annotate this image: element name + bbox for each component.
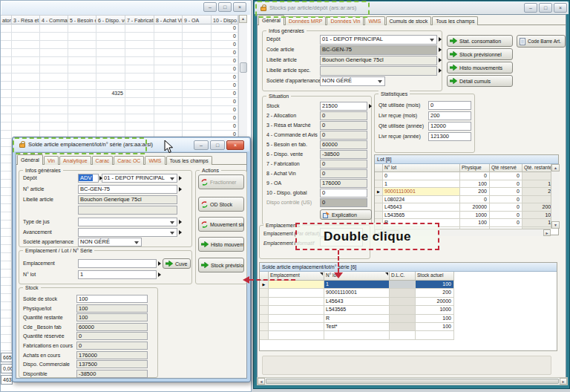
lot-column-header[interactable]: Physique — [460, 164, 490, 172]
bg-column-header[interactable]: 9 - OA — [183, 15, 212, 24]
bg-column-header[interactable]: 8 - Achat Vin — [154, 15, 183, 24]
action-mouvement-simple-button[interactable]: Mouvement simple — [198, 217, 244, 232]
table-row[interactable]: 0 — [1, 82, 238, 90]
action-detail-cumuls-button[interactable]: Détail cumuls — [447, 75, 513, 87]
depot-select[interactable]: 01 - DEPOT PRINCIPAL — [102, 174, 177, 183]
bg-column-header[interactable]: 4 - Commanc — [40, 15, 68, 24]
lot-column-header[interactable]: Qté réservé — [490, 164, 522, 172]
table-row[interactable]: 0 — [1, 33, 238, 41]
bg-column-header[interactable]: 10 - Dispo. g — [212, 15, 238, 24]
bg-column-header[interactable]: 6 - Dispo. ve — [96, 15, 125, 24]
cuve-button[interactable]: Cuve — [163, 258, 191, 269]
minimize-button[interactable]: – — [203, 2, 217, 12]
situation-stock-field[interactable]: 21500 — [320, 102, 367, 111]
minimize-button[interactable]: – — [524, 3, 537, 13]
solde-row[interactable]: ▶1100 — [260, 281, 558, 289]
solde-article-window: Solde article emplacement/lot/n° série (… — [12, 137, 251, 382]
scroll-up-icon[interactable]: ▲ — [551, 164, 560, 172]
emplacement-field[interactable] — [78, 259, 157, 268]
article-field[interactable]: BC-GEN-75 — [78, 185, 177, 194]
bg-column-header[interactable]: 7 - Fabricatic — [125, 15, 154, 24]
action-stock-previsionnel-button[interactable]: Stock prévisionnel — [198, 258, 244, 272]
action-histo-mouvement-button[interactable]: Histo mouvement — [198, 237, 244, 252]
explication-button[interactable]: Explication — [320, 209, 372, 220]
window-horizontal-scrollbar[interactable]: ◄ ► — [257, 377, 568, 385]
stock-solde-de-stock-field[interactable]: 100 — [76, 295, 148, 303]
lot-row[interactable]: 0000 — [375, 172, 560, 180]
table-row[interactable]: 43250 — [1, 90, 238, 98]
solde-row[interactable]: L5435651000 — [260, 306, 558, 314]
depot-code-field[interactable]: ADV — [78, 174, 99, 183]
scroll-down-icon[interactable]: ▼ — [551, 221, 560, 229]
tab-wms[interactable]: WMS — [145, 156, 165, 165]
tab-tous-les-champs[interactable]: Tous les champs — [166, 156, 212, 165]
solde-row[interactable] — [260, 331, 558, 339]
table-row[interactable]: 0 — [1, 65, 238, 74]
tab-carac-oc[interactable]: Carac OC — [114, 156, 144, 165]
lot-row[interactable]: L543565100001000 — [375, 212, 560, 220]
action-stat-consomation-button[interactable]: Stat. consomation — [447, 35, 513, 47]
scrollbar-thumb[interactable] — [266, 379, 559, 384]
tab-analytique[interactable]: Analytique — [59, 156, 91, 165]
tab-carac[interactable]: Carac — [92, 156, 114, 165]
table-row[interactable]: 0 — [1, 49, 238, 57]
table-row[interactable]: 0 — [1, 106, 238, 114]
maximize-button[interactable]: □ — [539, 3, 552, 13]
code-barre-button[interactable]: Code Barre Art. — [517, 35, 566, 48]
scroll-right-icon[interactable]: ► — [543, 229, 551, 236]
scroll-left-icon[interactable]: ◄ — [258, 378, 265, 385]
table-row[interactable]: 0 — [1, 122, 238, 131]
close-button[interactable]: × — [233, 2, 246, 12]
table-row[interactable]: 0 — [1, 114, 238, 122]
row-selector-cell: ▶ — [375, 188, 383, 196]
scroll-right-icon[interactable]: ► — [560, 378, 567, 385]
action-od-stock-button[interactable]: OD Stock — [198, 197, 244, 212]
close-button[interactable]: × — [554, 3, 567, 13]
lot-vertical-scrollbar[interactable]: ▲ ▼ — [551, 164, 560, 229]
table-cell — [125, 65, 154, 74]
tab-general[interactable]: Général — [17, 154, 43, 165]
lot-field[interactable]: 1 — [78, 270, 157, 279]
close-button[interactable]: × — [226, 140, 244, 150]
stats-qte-utilisee-annee-field[interactable]: 12000 — [428, 122, 471, 131]
avancement-select[interactable] — [78, 228, 177, 237]
situation-10-dispo-global-field[interactable]: 0 — [320, 189, 367, 197]
lot-row[interactable]: ▶900011100012000200 — [375, 188, 560, 196]
stats-qte-utilisee-mois-field[interactable]: 0 — [428, 101, 471, 110]
tab-cumuls-de-stock[interactable]: Cumuls de stock — [386, 16, 432, 25]
scrollbar-thumb[interactable] — [240, 62, 247, 73]
stats-livr-recue-annee-field[interactable]: 121300 — [428, 132, 471, 141]
solde-row[interactable]: Test*100 — [260, 323, 558, 331]
infos-depot-field[interactable]: 01 - DEPOT PRINCIPAL — [320, 35, 437, 45]
solde-row[interactable]: L4564320000 — [260, 298, 558, 306]
table-row[interactable]: 0 — [1, 24, 238, 33]
bg-column-header[interactable]: 5 - Besoin er — [68, 15, 96, 24]
maximize-button[interactable]: □ — [210, 140, 225, 150]
lot-row[interactable]: 11000100 — [375, 180, 560, 189]
minimize-button[interactable]: – — [194, 140, 209, 150]
stats-livr-recue-mois-field[interactable]: 200 — [428, 111, 471, 120]
tab-tous-les-champs[interactable]: Tous les champs — [432, 16, 478, 25]
tab-vin[interactable]: Vin — [44, 156, 59, 165]
solde-row[interactable]: 90001110001200 — [260, 289, 558, 297]
lot-row[interactable]: L080224000 — [375, 196, 560, 204]
type-jus-select[interactable] — [78, 218, 177, 226]
table-row[interactable]: 0 — [1, 57, 238, 65]
lot-row[interactable]: L4564320000020000 — [375, 203, 560, 212]
solde-row[interactable]: R100 — [260, 315, 558, 323]
physique-cell: 0 — [460, 172, 490, 180]
societe-select[interactable]: NON GÉRÉ — [78, 238, 142, 246]
infos-societe-d-appartenance-field[interactable]: NON GÉRÉ — [320, 76, 385, 86]
scroll-up-icon[interactable]: ▲ — [239, 15, 247, 23]
bg-column-header[interactable]: 3 - Résa et M — [12, 15, 40, 24]
lot-column-header[interactable]: N° lot — [383, 164, 460, 172]
table-row[interactable]: 0 — [1, 41, 238, 49]
table-row[interactable]: 0 — [1, 98, 238, 106]
solde-column-header[interactable]: D.L.C. — [390, 272, 416, 281]
bg-column-header[interactable]: ator — [1, 15, 12, 24]
action-histo-mouvements-button[interactable]: Histo mouvements — [447, 62, 513, 74]
action-stock-previsionnel-button[interactable]: Stock prévisionnel — [447, 48, 513, 60]
solde-column-header[interactable]: Stock actuel — [416, 272, 454, 281]
table-row[interactable]: 0 — [1, 74, 238, 82]
maximize-button[interactable]: □ — [218, 2, 232, 12]
